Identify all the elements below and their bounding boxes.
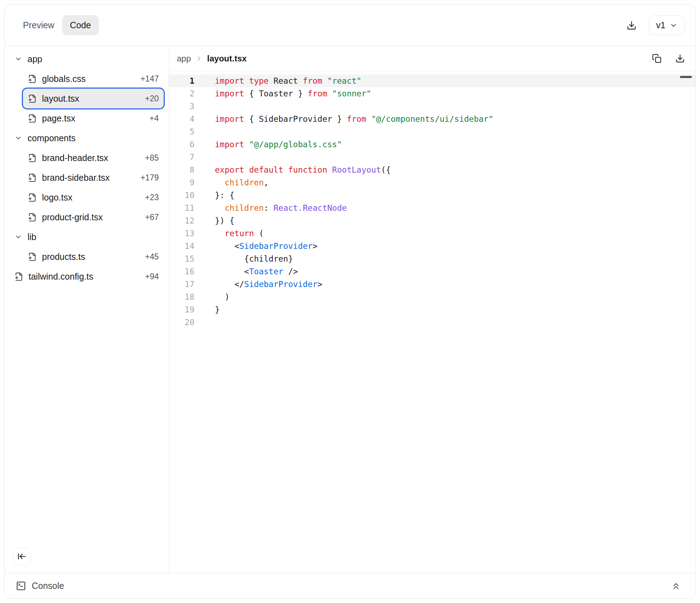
code-line-18[interactable]: 18 ) — [169, 291, 695, 303]
file-plus-icon — [28, 94, 37, 103]
file-name: layout.tsx — [42, 94, 79, 104]
download-icon — [627, 20, 636, 30]
file-plus-icon — [28, 252, 37, 261]
collapse-sidebar-button[interactable] — [13, 548, 31, 565]
code-text: import type React from "react" — [215, 74, 361, 87]
diff-count-badge: +94 — [145, 272, 159, 281]
tree-folder-lib[interactable]: lib — [10, 227, 164, 247]
diff-count-badge: +20 — [145, 94, 159, 103]
file-plus-icon — [28, 213, 37, 222]
line-number: 20 — [169, 316, 194, 329]
copy-icon — [652, 54, 662, 63]
folder-name: lib — [28, 232, 36, 242]
code-line-2[interactable]: 2import { Toaster } from "sonner" — [169, 87, 695, 100]
console-bar: Console — [5, 573, 695, 598]
scrollbar-thumb[interactable] — [680, 76, 692, 78]
line-number: 9 — [169, 176, 194, 189]
file-tree: appglobals.css+147layout.tsx+20page.tsx+… — [10, 49, 164, 286]
code-line-6[interactable]: 6import "@/app/globals.css" — [169, 138, 695, 151]
chevron-right-icon — [195, 55, 203, 62]
line-number: 12 — [169, 214, 194, 227]
line-number: 13 — [169, 227, 194, 240]
code-text: import { Toaster } from "sonner" — [215, 87, 371, 100]
file-plus-icon — [28, 154, 37, 162]
breadcrumb-folder[interactable]: app — [177, 54, 191, 64]
line-number: 10 — [169, 189, 194, 202]
code-line-19[interactable]: 19} — [169, 303, 695, 316]
console-label[interactable]: Console — [32, 581, 64, 591]
top-bar: Preview Code v1 — [5, 5, 695, 46]
file-plus-icon — [14, 272, 23, 281]
download-icon — [675, 54, 685, 63]
download-button[interactable] — [623, 17, 640, 34]
code-text: </SidebarProvider> — [215, 278, 322, 291]
code-line-17[interactable]: 17 </SidebarProvider> — [169, 278, 695, 291]
code-panel: Preview Code v1 appglobals.css+147layout… — [4, 4, 696, 599]
folder-name: app — [28, 54, 42, 64]
tree-file-brand-sidebar.tsx[interactable]: brand-sidebar.tsx+179 — [23, 168, 164, 187]
code-line-15[interactable]: 15 {children} — [169, 252, 695, 265]
tree-file-globals.css[interactable]: globals.css+147 — [23, 69, 164, 89]
code-line-1[interactable]: 1import type React from "react" — [169, 74, 695, 87]
file-plus-icon — [28, 193, 37, 202]
line-number: 18 — [169, 291, 194, 303]
tab-preview[interactable]: Preview — [15, 15, 62, 35]
tree-file-brand-header.tsx[interactable]: brand-header.tsx+85 — [23, 148, 164, 168]
file-name: tailwind.config.ts — [29, 271, 93, 282]
line-number: 16 — [169, 265, 194, 278]
code-text: import "@/app/globals.css" — [215, 138, 342, 151]
file-plus-icon — [28, 74, 37, 83]
diff-count-badge: +85 — [145, 153, 159, 163]
code-line-3[interactable]: 3 — [169, 100, 695, 113]
tree-file-logo.tsx[interactable]: logo.tsx+23 — [23, 187, 164, 207]
code-line-13[interactable]: 13 return ( — [169, 227, 695, 240]
expand-console-button[interactable] — [668, 578, 684, 594]
file-name: globals.css — [42, 74, 86, 84]
code-line-16[interactable]: 16 <Toaster /> — [169, 265, 695, 278]
code-line-7[interactable]: 7 — [169, 151, 695, 163]
file-plus-icon — [28, 114, 37, 123]
diff-count-badge: +179 — [140, 173, 159, 183]
line-number: 15 — [169, 252, 194, 265]
code-line-12[interactable]: 12}) { — [169, 214, 695, 227]
breadcrumb-file: layout.tsx — [207, 54, 247, 64]
tree-file-tailwind.config.ts[interactable]: tailwind.config.ts+94 — [10, 267, 164, 286]
code-lines: 1import type React from "react"2import {… — [169, 74, 695, 329]
code-line-20[interactable]: 20 — [169, 316, 695, 329]
line-number: 5 — [169, 125, 194, 138]
chevrons-up-icon — [671, 581, 681, 591]
code-line-11[interactable]: 11 children: React.ReactNode — [169, 202, 695, 214]
version-dropdown[interactable]: v1 — [649, 16, 685, 35]
line-number: 14 — [169, 240, 194, 252]
code-line-9[interactable]: 9 children, — [169, 176, 695, 189]
download-file-button[interactable] — [674, 52, 686, 65]
editor-actions — [650, 52, 686, 65]
collapse-sidebar-icon — [17, 552, 26, 561]
tree-file-page.tsx[interactable]: page.tsx+4 — [23, 108, 164, 128]
file-name: page.tsx — [42, 113, 76, 124]
chevron-down-icon — [670, 22, 677, 29]
file-name: product-grid.tsx — [42, 212, 103, 222]
editor-pane: app layout.tsx — [169, 46, 695, 573]
tab-code[interactable]: Code — [62, 15, 99, 35]
tree-file-products.ts[interactable]: products.ts+45 — [23, 247, 164, 267]
tree-folder-app[interactable]: app — [10, 49, 164, 69]
code-line-8[interactable]: 8export default function RootLayout({ — [169, 163, 695, 176]
tree-folder-components[interactable]: components — [10, 128, 164, 148]
version-label: v1 — [656, 20, 665, 30]
code-text: }) { — [215, 214, 234, 227]
code-line-10[interactable]: 10}: { — [169, 189, 695, 202]
code-line-5[interactable]: 5 — [169, 125, 695, 138]
line-number: 7 — [169, 151, 194, 163]
copy-code-button[interactable] — [650, 52, 663, 65]
code-text: return ( — [215, 227, 264, 240]
code-line-4[interactable]: 4import { SidebarProvider } from "@/comp… — [169, 113, 695, 125]
file-tree-sidebar: appglobals.css+147layout.tsx+20page.tsx+… — [5, 46, 169, 573]
line-number: 2 — [169, 87, 194, 100]
code-editor[interactable]: 1import type React from "react"2import {… — [169, 71, 695, 573]
diff-count-badge: +45 — [145, 252, 159, 262]
tree-file-layout.tsx[interactable]: layout.tsx+20 — [23, 89, 164, 108]
diff-count-badge: +4 — [150, 114, 159, 123]
tree-file-product-grid.tsx[interactable]: product-grid.tsx+67 — [23, 207, 164, 227]
code-line-14[interactable]: 14 <SidebarProvider> — [169, 240, 695, 252]
